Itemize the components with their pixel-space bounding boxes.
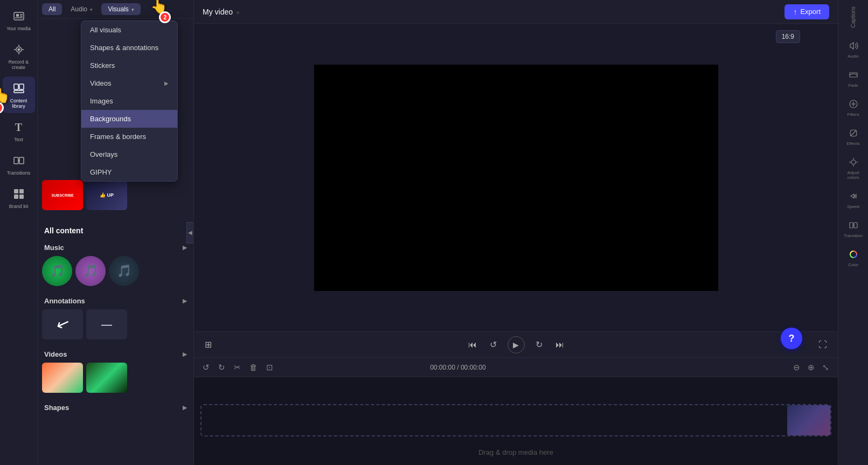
music-section-title: Music [44,244,64,252]
dropdown-overlays[interactable]: Overlays [81,145,177,163]
filters-icon [847,98,860,110]
dropdown-frames[interactable]: Frames & borders [81,128,177,145]
anno-thumb-1[interactable]: ↗ [42,309,83,339]
skip-forward-button[interactable]: ⏭ [553,338,566,352]
adjust-colors-icon [847,156,860,169]
sidebar-item-label: Your media [6,26,31,31]
svg-rect-17 [19,189,24,193]
sidebar-item-brand-kit[interactable]: Brand kit [3,182,35,213]
undo-button[interactable]: ↺ [200,362,212,373]
playback-bar: ⊞ ⏮ ↺ ▶ ↻ ⏭ ⛶ [194,331,838,357]
zoom-out-button[interactable]: ⊖ [791,362,802,373]
cut-button[interactable]: ✂ [232,362,243,373]
video-thumb-2[interactable] [86,363,127,393]
sidebar-item-content-library[interactable]: Content library 👆 1 [3,77,35,113]
export-arrow-icon: ↑ [793,8,797,16]
transition-right-icon [847,219,860,232]
record-icon [11,42,26,57]
music-thumb-1[interactable]: 🎵 [42,256,72,286]
svg-rect-1 [16,14,19,17]
dropdown-videos[interactable]: Videos ▶ [81,74,177,92]
right-fade[interactable]: Fade [841,64,866,92]
scene-icon-button[interactable]: ⊞ [203,337,214,352]
project-name-icon: ⬦ [236,8,240,16]
sidebar-item-record[interactable]: Record & create [3,38,35,74]
music-thumb-3[interactable]: 🎵 [109,256,139,286]
right-filters[interactable]: Filters [841,93,866,121]
dropdown-backgrounds[interactable]: Backgrounds 👆 3 [81,110,177,128]
forward-button[interactable]: ↻ [533,337,545,352]
dropdown-images[interactable]: Images [81,92,177,110]
dropdown-all-visuals[interactable]: All visuals [81,21,177,39]
delete-button[interactable]: 🗑 [247,362,260,373]
video-thumb-1[interactable] [42,363,83,393]
timeline-clip[interactable] [787,405,830,435]
project-name[interactable]: My video [203,8,233,16]
right-transition[interactable]: Transition [841,214,866,242]
help-button[interactable]: ? [781,328,802,349]
skip-back-button[interactable]: ⏮ [466,338,479,352]
clip-thumbnail [787,405,830,435]
timeline-toolbar: ↺ ↻ ✂ 🗑 ⊡ 00:00:00 / 00:00:00 ⊖ ⊕ ⤡ [194,358,838,377]
sidebar-item-label: Brand kit [9,204,29,209]
export-button[interactable]: ↑ Export [784,4,829,19]
dropdown-shapes[interactable]: Shapes & annotations [81,39,177,57]
music-section-arrow[interactable]: ▶ [183,244,187,251]
dropdown-giphy[interactable]: GIPHY [81,163,177,181]
section-music: Music ▶ 🎵 🎵 🎵 [42,241,189,286]
fade-icon [847,68,860,81]
dropdown-stickers[interactable]: Stickers [81,57,177,74]
sidebar-item-text[interactable]: T Text [3,115,35,147]
section-shapes: Shapes ▶ [42,401,189,416]
sidebar-item-label: Transitions [7,170,31,176]
canvas-area: 16:9 [194,24,838,331]
right-color[interactable]: Color [841,244,866,272]
speed-icon [847,190,860,203]
split-button[interactable]: ⊡ [264,362,275,373]
svg-rect-27 [850,223,853,228]
timeline-content[interactable]: Drag & drop media here [194,377,838,465]
left-sidebar: Your media Record & create Content libra… [0,0,38,465]
section-videos: Videos ▶ [42,348,189,393]
section-annotations: Annotations ▶ ↗ — [42,295,189,339]
redo-button[interactable]: ↻ [216,362,227,373]
anno-thumb-2[interactable]: — [86,309,127,339]
transitions-icon [11,153,26,168]
sidebar-item-label: Content library [5,98,33,109]
svg-rect-11 [14,84,18,89]
main-area: My video ⬦ ↑ Export 16:9 ⊞ ⏮ ↺ ▶ ↻ ⏭ ⛶ [194,0,838,465]
tab-all[interactable]: All [42,3,62,15]
zoom-in-button[interactable]: ⊕ [805,362,817,373]
videos-section-arrow[interactable]: ▶ [183,351,187,358]
all-content-header: All content [42,222,189,241]
annotations-section-arrow[interactable]: ▶ [183,297,187,304]
video-thumbs [42,363,189,393]
sidebar-item-your-media[interactable]: Your media [3,4,35,36]
content-library-icon [11,81,26,96]
top-bar: My video ⬦ ↑ Export [194,0,838,24]
tab-visuals[interactable]: Visuals ▾ 👆 2 [101,3,141,15]
svg-rect-19 [19,195,24,199]
collapse-panel-handle[interactable]: ◀ [186,222,194,244]
svg-rect-28 [854,223,857,228]
your-media-icon [11,9,26,24]
right-speed[interactable]: Speed [841,185,866,213]
drag-drop-label: Drag & drop media here [478,448,553,456]
right-effects[interactable]: Effects [841,122,866,150]
zoom-controls: ⊖ ⊕ ⤡ [791,362,831,373]
content-thumb-subscribe[interactable]: SUBSCRIBE [42,180,83,210]
music-thumbs: 🎵 🎵 🎵 [42,256,189,286]
fullscreen-button[interactable]: ⛶ [816,338,829,352]
content-library-scroll[interactable]: All content Music ▶ 🎵 🎵 🎵 Annotations ▶ … [38,218,193,465]
aspect-ratio-display[interactable]: 16:9 [776,30,800,43]
shapes-section-arrow[interactable]: ▶ [183,404,187,411]
sidebar-item-transitions[interactable]: Transitions [3,149,35,180]
content-thumb-up[interactable]: 👍 UP [86,180,127,210]
fit-view-button[interactable]: ⤡ [820,362,831,373]
play-button[interactable]: ▶ [508,336,525,353]
music-thumb-2[interactable]: 🎵 [75,256,106,286]
tab-audio[interactable]: Audio ▾ [64,3,99,15]
right-adjust-colors[interactable]: Adjust colors [841,151,866,184]
rewind-button[interactable]: ↺ [488,337,499,352]
right-audio[interactable]: Audio [841,35,866,63]
